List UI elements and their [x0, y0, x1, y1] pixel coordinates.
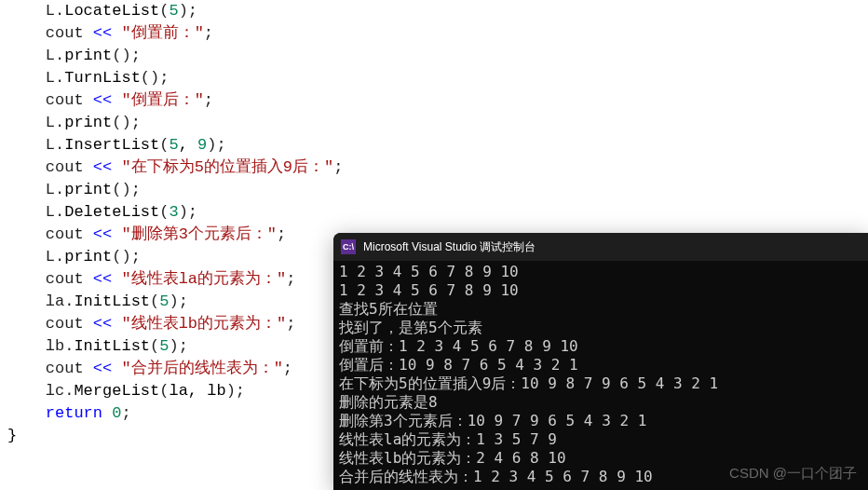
code-line[interactable]: cout << "倒置前：";	[7, 22, 861, 45]
debug-console-window: C:\ Microsoft Visual Studio 调试控制台 1 2 3 …	[333, 233, 868, 490]
code-line[interactable]: cout << "在下标为5的位置插入9后：";	[7, 157, 861, 179]
code-line[interactable]: L.print();	[7, 179, 861, 201]
code-line[interactable]: L.TurnList();	[7, 67, 861, 89]
console-titlebar[interactable]: C:\ Microsoft Visual Studio 调试控制台	[333, 233, 868, 261]
console-title: Microsoft Visual Studio 调试控制台	[363, 239, 536, 255]
code-line[interactable]: L.LocateList(5);	[7, 0, 861, 22]
code-line[interactable]: cout << "倒置后：";	[7, 89, 861, 112]
code-line[interactable]: L.DeleteList(3);	[7, 201, 861, 224]
vs-icon: C:\	[341, 239, 356, 254]
code-line[interactable]: L.print();	[7, 112, 861, 134]
code-line[interactable]: L.InsertList(5, 9);	[7, 134, 861, 157]
code-line[interactable]: L.print();	[7, 45, 861, 67]
console-output[interactable]: 1 2 3 4 5 6 7 8 9 10 1 2 3 4 5 6 7 8 9 1…	[333, 261, 868, 488]
